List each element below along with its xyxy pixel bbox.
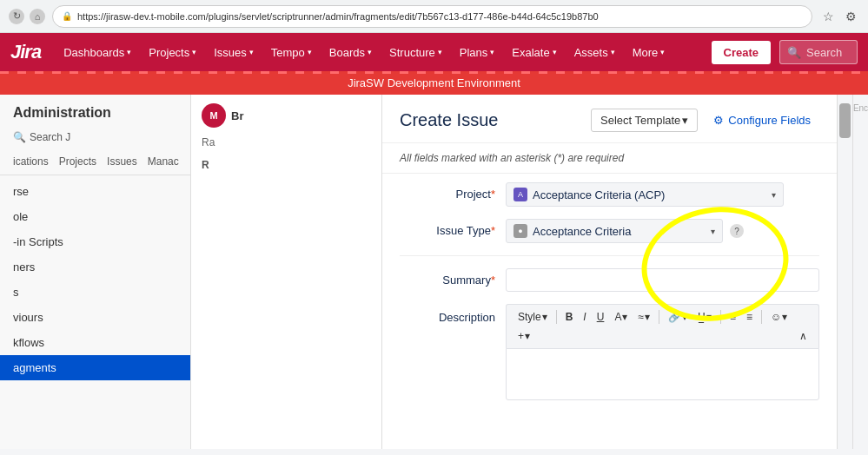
toolbar-insert-button[interactable]: + ▾ xyxy=(514,327,534,345)
issue-type-field-row: Issue Type* ● Acceptance Criteria ▾ ? xyxy=(400,219,819,243)
sidebar-search[interactable]: 🔍 Search J xyxy=(0,128,190,150)
avatar: M xyxy=(202,103,226,128)
form-header-actions: Select Template ▾ ⚙ Configure Fields xyxy=(591,109,819,132)
nav-plans-label: Plans xyxy=(460,46,488,59)
scrollbar-thumb[interactable] xyxy=(839,103,851,138)
star-icon[interactable]: ☆ xyxy=(819,8,837,25)
nav-tempo[interactable]: Tempo ▾ xyxy=(262,33,321,71)
toolbar-sep-2 xyxy=(659,310,659,324)
toolbar-bullet-list-button[interactable]: ≡ xyxy=(726,308,740,326)
summary-input[interactable] xyxy=(506,268,819,292)
toolbar-style-button[interactable]: Style ▾ xyxy=(514,308,552,326)
nav-structure-chevron: ▾ xyxy=(438,48,442,56)
nav-more[interactable]: More ▾ xyxy=(624,33,674,71)
issue-type-select-value: Acceptance Criteria xyxy=(533,225,706,238)
nav-projects[interactable]: Projects ▾ xyxy=(140,33,205,71)
nav-projects-chevron: ▾ xyxy=(192,48,196,56)
content-list-section: R xyxy=(191,152,381,175)
issue-type-select[interactable]: ● Acceptance Criteria ▾ xyxy=(506,219,723,243)
gear-icon: ⚙ xyxy=(713,114,724,127)
browser-actions: ☆ ⚙ xyxy=(819,8,859,25)
toolbar-sep-4 xyxy=(761,310,762,324)
nav-issues-chevron: ▾ xyxy=(249,48,254,56)
nav-dashboards[interactable]: Dashboards ▾ xyxy=(55,33,140,71)
nav-structure[interactable]: Structure ▾ xyxy=(381,33,451,71)
insert-chevron: ▾ xyxy=(525,330,530,342)
select-template-label: Select Template xyxy=(600,114,680,127)
configure-fields-label: Configure Fields xyxy=(728,114,811,127)
required-star-2: * xyxy=(491,224,495,237)
toolbar-italic-button[interactable]: I xyxy=(579,308,590,326)
issue-type-control: ● Acceptance Criteria ▾ ? xyxy=(506,219,819,243)
toolbar-underline2-button[interactable]: U̲ ▾ xyxy=(693,308,716,326)
sidebar-item-fragments[interactable]: agments xyxy=(0,355,190,380)
nav-boards[interactable]: Boards ▾ xyxy=(321,33,381,71)
form-title: Create Issue xyxy=(400,110,498,130)
create-button[interactable]: Create xyxy=(712,41,771,64)
sidebar-title: Administration xyxy=(0,95,190,128)
address-bar[interactable]: 🔒 https://jirasw-dev.t-mobile.com/plugin… xyxy=(52,5,812,28)
description-control: Style ▾ B I U A ▾ ≈ ▾ 🔗 ▾ U̲ ▾ ≡ xyxy=(506,304,819,400)
sidebar-item-behaviours[interactable]: viours xyxy=(0,305,190,330)
description-toolbar: Style ▾ B I U A ▾ ≈ ▾ 🔗 ▾ U̲ ▾ ≡ xyxy=(506,304,819,348)
sidebar-tab-applications[interactable]: ications xyxy=(13,150,49,175)
dev-environment-banner: JiraSW Development Environment xyxy=(0,71,868,95)
project-label: Project* xyxy=(400,182,495,201)
nav-tempo-label: Tempo xyxy=(271,46,305,59)
refresh-icon[interactable]: ↻ xyxy=(9,9,24,24)
description-editor[interactable] xyxy=(506,348,819,400)
style-chevron: ▾ xyxy=(542,311,547,323)
far-right-panel: Enc xyxy=(852,95,868,449)
select-template-chevron: ▾ xyxy=(682,114,688,127)
toolbar-collapse-button[interactable]: ∧ xyxy=(795,327,812,345)
enc-label: Enc xyxy=(853,103,868,113)
sidebar-tab-manage[interactable]: Manac xyxy=(148,150,179,175)
nav-exalate[interactable]: Exalate ▾ xyxy=(503,33,565,71)
toolbar-ordered-list-button[interactable]: ≡ xyxy=(742,308,757,326)
toolbar-underline-button[interactable]: U xyxy=(593,308,609,326)
toolbar-text-color-button[interactable]: A ▾ xyxy=(610,308,632,326)
sidebar-tab-issues[interactable]: Issues xyxy=(107,150,137,175)
main-layout: Administration 🔍 Search J ications Proje… xyxy=(0,95,868,449)
issue-type-help-icon[interactable]: ? xyxy=(730,224,744,238)
issue-type-select-chevron: ▾ xyxy=(711,227,715,236)
search-bar[interactable]: 🔍 Search xyxy=(779,40,858,64)
description-field-row: Description Style ▾ B I U A ▾ ≈ ▾ 🔗 xyxy=(400,304,819,400)
select-template-button[interactable]: Select Template ▾ xyxy=(591,109,698,132)
sidebar-item-s[interactable]: s xyxy=(0,280,190,305)
toolbar-link-button[interactable]: 🔗 ▾ xyxy=(664,308,692,326)
sidebar-item-ners[interactable]: ners xyxy=(0,254,190,280)
list-item[interactable] xyxy=(191,175,381,185)
issue-type-icon: ● xyxy=(514,224,527,238)
nav-plans[interactable]: Plans ▾ xyxy=(451,33,504,71)
nav-issues[interactable]: Issues ▾ xyxy=(205,33,262,71)
form-notice: All fields marked with an asterisk (*) a… xyxy=(382,143,837,174)
sidebar-tab-projects[interactable]: Projects xyxy=(59,150,96,175)
nav-assets[interactable]: Assets ▾ xyxy=(566,33,624,71)
jira-logo: Jira xyxy=(10,41,41,63)
nav-assets-label: Assets xyxy=(574,46,608,59)
right-scrollbar[interactable] xyxy=(837,95,852,449)
settings-icon[interactable]: ⚙ xyxy=(842,8,859,25)
required-star-3: * xyxy=(491,274,495,287)
project-select[interactable]: A Acceptance Criteria (ACP) ▾ xyxy=(506,182,784,207)
sidebar-item-rse[interactable]: rse xyxy=(0,179,190,204)
configure-fields-button[interactable]: ⚙ Configure Fields xyxy=(705,109,819,131)
nav-issues-label: Issues xyxy=(214,46,247,59)
home-icon[interactable]: ⌂ xyxy=(30,9,45,24)
nav-more-label: More xyxy=(633,46,659,59)
scrollbar-track[interactable] xyxy=(838,95,852,449)
content-list-panel: M Br Ra R xyxy=(191,95,382,449)
toolbar-bold-button[interactable]: B xyxy=(561,308,578,326)
toolbar-format-button[interactable]: ≈ ▾ xyxy=(633,308,654,326)
sidebar-item-workflows[interactable]: kflows xyxy=(0,330,190,355)
summary-control xyxy=(506,268,819,292)
required-star: * xyxy=(491,188,495,201)
nav-assets-chevron: ▾ xyxy=(611,48,615,56)
sidebar-item-in-scripts[interactable]: -in Scripts xyxy=(0,229,190,254)
sidebar-tabs: ications Projects Issues Manac xyxy=(0,150,190,175)
form-divider xyxy=(400,255,819,256)
nav-more-chevron: ▾ xyxy=(660,48,665,56)
sidebar-item-ole[interactable]: ole xyxy=(0,204,190,229)
toolbar-emoji-button[interactable]: ☺ ▾ xyxy=(766,308,792,326)
